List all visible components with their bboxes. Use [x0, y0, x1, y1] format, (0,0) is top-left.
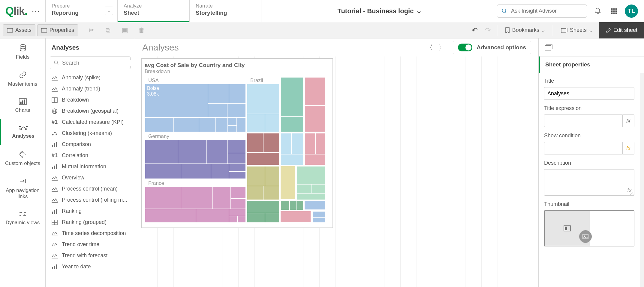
- prev-sheet-icon[interactable]: 〈: [426, 43, 433, 52]
- analyses-item[interactable]: Process control (rolling m...: [46, 194, 135, 206]
- treemap-country-france[interactable]: [145, 186, 245, 222]
- analyses-item[interactable]: Ranking: [46, 206, 135, 217]
- analyses-item[interactable]: Process control (mean): [46, 183, 135, 194]
- treemap-block[interactable]: [296, 166, 325, 200]
- analyses-item[interactable]: #1Correlation: [46, 150, 135, 161]
- analysis-type-icon: #1: [51, 119, 58, 125]
- rail-analyses[interactable]: Analyses: [0, 119, 45, 145]
- show-cond-input[interactable]: [544, 142, 622, 154]
- user-avatar[interactable]: TL: [625, 5, 638, 18]
- treemap-country-germany[interactable]: [145, 139, 245, 179]
- rail-charts[interactable]: Charts: [0, 93, 45, 119]
- thumbnail-box[interactable]: [544, 210, 634, 246]
- tab-narrate[interactable]: Narrate Storytelling: [189, 0, 261, 22]
- grid-icon[interactable]: [609, 6, 619, 17]
- analyses-item[interactable]: Breakdown: [46, 94, 135, 105]
- treemap-country-brazil[interactable]: [247, 84, 279, 132]
- cut-icon[interactable]: ✂: [86, 25, 97, 36]
- more-menu-icon[interactable]: ⋯: [32, 6, 40, 16]
- insight-search[interactable]: [497, 5, 587, 18]
- delete-icon[interactable]: 🗑: [136, 25, 147, 36]
- analyses-item[interactable]: Year to date: [46, 261, 135, 272]
- desc-input[interactable]: fx: [544, 169, 634, 196]
- treemap-block[interactable]: [280, 166, 295, 200]
- treemap-country-usa[interactable]: Boise3.08k: [145, 84, 245, 132]
- analysis-type-icon: [51, 75, 58, 81]
- svg-rect-39: [56, 164, 57, 169]
- analyses-item-label: Breakdown (geospatial): [62, 108, 119, 114]
- props-section-title: Sheet properties: [539, 56, 644, 73]
- fx-button[interactable]: fx: [622, 114, 634, 127]
- title-expr-input[interactable]: [544, 114, 622, 127]
- treemap-block[interactable]: [280, 77, 303, 132]
- qlik-logo[interactable]: Qlik.: [5, 5, 27, 17]
- redo-icon[interactable]: ↷: [483, 25, 493, 36]
- copy-icon[interactable]: ⧉: [103, 25, 113, 36]
- analyses-item-label: Calculated measure (KPI): [62, 119, 124, 125]
- divider: [497, 25, 497, 36]
- search-icon: [54, 60, 59, 66]
- canvas-header: Analyses 〈 〉 Advanced options: [135, 38, 538, 56]
- analyses-item[interactable]: Time series decomposition: [46, 228, 135, 239]
- tab-value: Sheet: [124, 10, 183, 16]
- analyses-item[interactable]: Trend over time: [46, 239, 135, 250]
- rail-master-items[interactable]: Master items: [0, 66, 45, 93]
- svg-rect-3: [613, 8, 615, 10]
- analyses-item[interactable]: Mutual information: [46, 161, 135, 172]
- treemap-block[interactable]: [304, 201, 325, 210]
- sheet-icon[interactable]: [545, 44, 552, 50]
- treemap-block[interactable]: [247, 201, 279, 222]
- title-input[interactable]: [544, 87, 634, 100]
- panel-search-input[interactable]: [62, 60, 132, 66]
- treemap-block[interactable]: [247, 166, 279, 200]
- tab-prepare[interactable]: Prepare Reporting ⌵: [45, 0, 117, 22]
- analyses-item[interactable]: Comparison: [46, 139, 135, 150]
- rail-fields[interactable]: Fields: [0, 38, 45, 66]
- advanced-options-toggle[interactable]: Advanced options: [453, 41, 531, 54]
- bookmarks-button[interactable]: Bookmarks ⌵: [501, 24, 549, 36]
- tab-analyze[interactable]: Analyze Sheet: [117, 0, 189, 22]
- analyses-item[interactable]: Ranking (grouped): [46, 217, 135, 228]
- rail-label: Dynamic views: [6, 220, 40, 226]
- edit-sheet-button[interactable]: Edit sheet: [599, 22, 644, 38]
- dynamic-icon: [19, 211, 27, 217]
- treemap-block[interactable]: [280, 133, 303, 165]
- rail-custom-objects[interactable]: Custom objects: [0, 145, 45, 172]
- analyses-item[interactable]: Overview: [46, 172, 135, 183]
- analyses-item[interactable]: Anomaly (trend): [46, 83, 135, 94]
- paste-icon[interactable]: ▣: [119, 25, 130, 36]
- svg-line-24: [57, 63, 58, 65]
- properties-toggle[interactable]: Properties: [37, 24, 78, 36]
- treemap-block[interactable]: [247, 133, 279, 165]
- bell-icon[interactable]: [592, 6, 603, 17]
- analyses-item[interactable]: #1Calculated measure (KPI): [46, 117, 135, 128]
- treemap-chart[interactable]: avg Cost of Sale by Country and City Bre…: [141, 58, 333, 228]
- treemap-block[interactable]: [312, 211, 325, 222]
- analyses-item[interactable]: Trend with forecast: [46, 250, 135, 261]
- sheets-label: Sheets: [570, 27, 587, 33]
- image-picker-icon[interactable]: [579, 230, 592, 243]
- database-icon: [19, 44, 27, 52]
- app-title-text: Tutorial - Business logic: [338, 7, 414, 15]
- search-input[interactable]: [511, 8, 582, 14]
- rail-dynamic-views[interactable]: Dynamic views: [0, 205, 45, 231]
- chevron-down-icon[interactable]: ⌵: [105, 7, 113, 15]
- panel-search[interactable]: [50, 56, 131, 69]
- svg-rect-13: [41, 28, 47, 32]
- treemap-block[interactable]: [304, 133, 325, 165]
- treemap-block[interactable]: [304, 77, 325, 132]
- rail-nav-links[interactable]: App navigation links: [0, 172, 45, 205]
- app-title[interactable]: Tutorial - Business logic ⌵: [261, 0, 497, 22]
- analyses-list: Anomaly (spike)Anomaly (trend)BreakdownB…: [46, 72, 135, 272]
- svg-rect-18: [20, 102, 21, 104]
- scrollbar[interactable]: [640, 73, 644, 287]
- analyses-item[interactable]: Clustering (k-means): [46, 128, 135, 139]
- fx-button[interactable]: fx: [622, 142, 634, 154]
- sheets-button[interactable]: Sheets ⌵: [557, 24, 597, 36]
- analyses-item[interactable]: Breakdown (geospatial): [46, 105, 135, 117]
- analyses-item[interactable]: Anomaly (spike): [46, 72, 135, 83]
- treemap-block[interactable]: [280, 211, 311, 222]
- treemap-block[interactable]: [280, 201, 303, 210]
- assets-toggle[interactable]: Assets: [3, 24, 35, 36]
- undo-icon[interactable]: ↶: [469, 25, 480, 36]
